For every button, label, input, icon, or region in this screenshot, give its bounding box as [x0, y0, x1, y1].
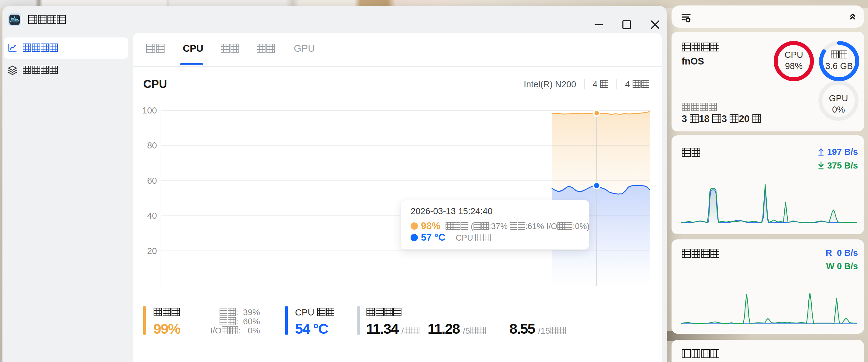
svg-text:60: 60 — [147, 176, 157, 186]
svg-text:20: 20 — [147, 246, 157, 256]
svg-text:80: 80 — [147, 141, 157, 150]
svg-text:100: 100 — [142, 105, 157, 115]
svg-text:40: 40 — [147, 211, 157, 220]
